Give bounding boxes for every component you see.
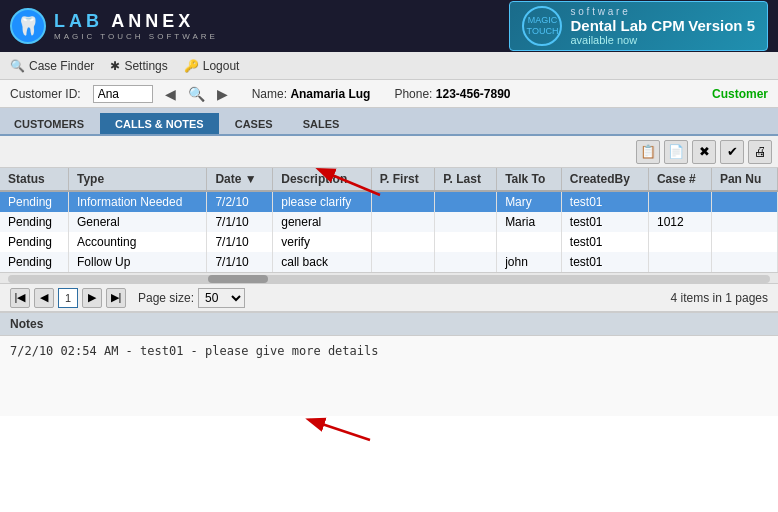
col-p-last[interactable]: P. Last <box>435 168 497 191</box>
calls-notes-table[interactable]: Status Type Date ▼ Description P. First … <box>0 168 778 272</box>
table-cell: test01 <box>561 252 648 272</box>
logo-area: 🦷 LAB ANNEX MAGIC TOUCH SOFTWARE <box>10 8 218 44</box>
tab-sales[interactable]: SALES <box>289 114 354 134</box>
table-cell <box>711 191 777 212</box>
pagination-bar: |◀ ◀ 1 ▶ ▶| Page size: 25 50 100 4 items… <box>0 284 778 312</box>
notes-header: Notes <box>0 313 778 336</box>
grid-toolbar: 📋 📄 ✖ ✔ 🖨 <box>0 136 778 168</box>
promo-banner: MAGICTOUCH s o f t w a r e Dental Lab CP… <box>509 1 768 51</box>
name-label: Name: Anamaria Lug <box>252 87 371 101</box>
table-row[interactable]: PendingGeneral7/1/10generalMariatest0110… <box>0 212 778 232</box>
edit-record-button[interactable]: 📄 <box>664 140 688 164</box>
page-size-label: Page size: <box>138 291 194 305</box>
table-cell <box>648 191 711 212</box>
table-row[interactable]: PendingFollow Up7/1/10call backjohntest0… <box>0 252 778 272</box>
scroll-thumb[interactable] <box>208 275 268 283</box>
table-cell: Pending <box>0 191 68 212</box>
current-page-display: 1 <box>58 288 78 308</box>
table-cell <box>497 232 562 252</box>
table-cell: verify <box>273 232 371 252</box>
col-p-first[interactable]: P. First <box>371 168 434 191</box>
last-page-button[interactable]: ▶| <box>106 288 126 308</box>
table-cell: 7/2/10 <box>207 191 273 212</box>
logout-link[interactable]: 🔑 Logout <box>184 59 240 73</box>
next-page-button[interactable]: ▶ <box>82 288 102 308</box>
delete-record-button[interactable]: ✖ <box>692 140 716 164</box>
table-cell: test01 <box>561 212 648 232</box>
col-status[interactable]: Status <box>0 168 68 191</box>
search-customer-button[interactable]: 🔍 <box>188 86 205 102</box>
table-cell <box>711 252 777 272</box>
col-date[interactable]: Date ▼ <box>207 168 273 191</box>
app-header: 🦷 LAB ANNEX MAGIC TOUCH SOFTWARE MAGICTO… <box>0 0 778 52</box>
table-cell: 7/1/10 <box>207 252 273 272</box>
settings-icon: ✱ <box>110 59 120 73</box>
table-cell <box>371 252 434 272</box>
notes-content: 7/2/10 02:54 AM - test01 - please give m… <box>0 336 778 416</box>
save-record-button[interactable]: ✔ <box>720 140 744 164</box>
table-cell <box>371 232 434 252</box>
col-talk-to[interactable]: Talk To <box>497 168 562 191</box>
notes-section: Notes 7/2/10 02:54 AM - test01 - please … <box>0 312 778 416</box>
logo-subtitle: MAGIC TOUCH SOFTWARE <box>54 32 218 41</box>
customer-id-input[interactable] <box>93 85 153 103</box>
customer-status-badge: Customer <box>712 87 768 101</box>
customer-info: Name: Anamaria Lug Phone: 123-456-7890 <box>252 87 511 101</box>
case-finder-icon: 🔍 <box>10 59 25 73</box>
tab-customers[interactable]: CUSTOMERS <box>0 114 98 134</box>
first-page-button[interactable]: |◀ <box>10 288 30 308</box>
table-cell <box>648 252 711 272</box>
add-record-button[interactable]: 📋 <box>636 140 660 164</box>
next-customer-button[interactable]: ▶ <box>217 86 228 102</box>
table-cell: Follow Up <box>68 252 206 272</box>
pagination-controls: |◀ ◀ 1 ▶ ▶| Page size: 25 50 100 <box>10 288 245 308</box>
table-cell <box>371 191 434 212</box>
col-description[interactable]: Description <box>273 168 371 191</box>
table-cell: call back <box>273 252 371 272</box>
scroll-track <box>8 275 770 283</box>
app-name: LAB ANNEX <box>54 11 218 32</box>
table-cell: Pending <box>0 232 68 252</box>
banner-sub: available now <box>570 34 755 46</box>
table-cell: john <box>497 252 562 272</box>
page-size-select[interactable]: 25 50 100 <box>198 288 245 308</box>
prev-page-button[interactable]: ◀ <box>34 288 54 308</box>
tab-cases[interactable]: CASES <box>221 114 287 134</box>
table-cell <box>435 252 497 272</box>
table-cell <box>435 232 497 252</box>
table-cell: 7/1/10 <box>207 232 273 252</box>
banner-text: s o f t w a r e Dental Lab CPM Version 5… <box>570 6 755 46</box>
horizontal-scrollbar[interactable] <box>0 272 778 284</box>
data-table: Status Type Date ▼ Description P. First … <box>0 168 778 272</box>
table-cell: test01 <box>561 191 648 212</box>
table-cell: Information Needed <box>68 191 206 212</box>
table-cell: Pending <box>0 212 68 232</box>
table-cell <box>648 232 711 252</box>
table-cell: Accounting <box>68 232 206 252</box>
table-cell: Maria <box>497 212 562 232</box>
print-button[interactable]: 🖨 <box>748 140 772 164</box>
tab-bar: CUSTOMERS CALLS & NOTES CASES SALES <box>0 108 778 136</box>
table-cell: general <box>273 212 371 232</box>
table-cell: 7/1/10 <box>207 212 273 232</box>
table-cell: Mary <box>497 191 562 212</box>
table-row[interactable]: PendingInformation Needed7/2/10please cl… <box>0 191 778 212</box>
customer-bar: Customer ID: ◀ 🔍 ▶ Name: Anamaria Lug Ph… <box>0 80 778 108</box>
table-cell <box>711 212 777 232</box>
col-created-by[interactable]: CreatedBy <box>561 168 648 191</box>
table-cell: 1012 <box>648 212 711 232</box>
col-case-num[interactable]: Case # <box>648 168 711 191</box>
settings-link[interactable]: ✱ Settings <box>110 59 167 73</box>
banner-software-label: s o f t w a r e <box>570 6 755 17</box>
col-pan-num[interactable]: Pan Nu <box>711 168 777 191</box>
logo-text-block: LAB ANNEX MAGIC TOUCH SOFTWARE <box>54 11 218 41</box>
col-type[interactable]: Type <box>68 168 206 191</box>
case-finder-link[interactable]: 🔍 Case Finder <box>10 59 94 73</box>
banner-logo: MAGICTOUCH <box>522 6 562 46</box>
prev-customer-button[interactable]: ◀ <box>165 86 176 102</box>
table-cell <box>435 191 497 212</box>
table-row[interactable]: PendingAccounting7/1/10verifytest01 <box>0 232 778 252</box>
tab-calls-notes[interactable]: CALLS & NOTES <box>100 113 219 134</box>
logout-icon: 🔑 <box>184 59 199 73</box>
banner-title: Dental Lab CPM Version 5 <box>570 17 755 34</box>
